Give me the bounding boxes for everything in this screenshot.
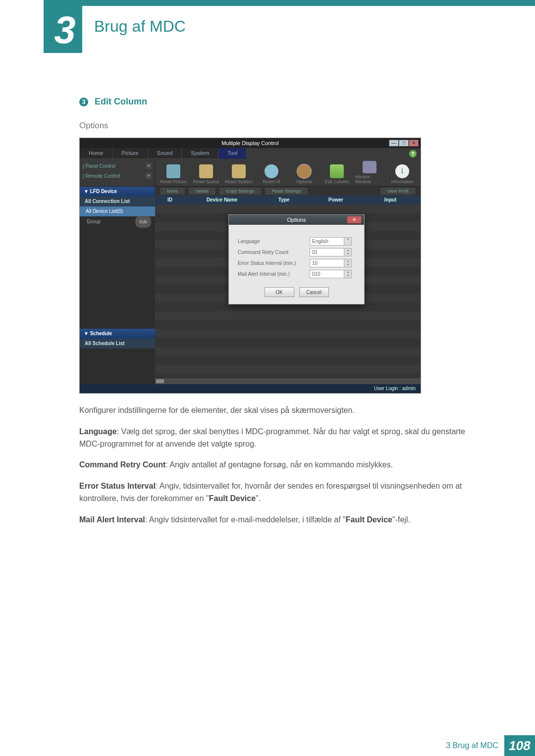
reset-picture-label: Reset Picture bbox=[160, 179, 187, 184]
edit-column-icon bbox=[330, 164, 344, 178]
page-footer: 3 Brug af MDC 108 bbox=[0, 735, 535, 756]
language-desc: : Vælg det sprog, der skal benyttes i MD… bbox=[79, 427, 465, 448]
col-power[interactable]: Power bbox=[309, 196, 363, 204]
help-icon[interactable]: ? bbox=[409, 150, 417, 157]
sidebar-group-label: Group bbox=[87, 216, 101, 227]
move-button[interactable]: Move bbox=[160, 188, 185, 195]
close-icon[interactable]: ✕ bbox=[409, 140, 419, 147]
reset-picture-button[interactable]: Reset Picture bbox=[159, 161, 188, 184]
chevron-down-icon[interactable]: ▾ bbox=[146, 173, 152, 179]
retry-desc: : Angiv antallet af gentagne forsøg, når… bbox=[165, 460, 393, 469]
paragraph-intro: Konfigurer indstillingerne for de elemen… bbox=[79, 404, 485, 417]
app-title: Multiple Display Control bbox=[221, 140, 279, 146]
information-label: Information bbox=[391, 179, 413, 184]
reset-sound-button[interactable]: Reset Sound bbox=[192, 161, 220, 184]
reset-picture-icon bbox=[166, 164, 180, 178]
edit-column-button[interactable]: Edit Column bbox=[322, 161, 351, 184]
mail-desc-c: "-fejl. bbox=[392, 515, 410, 524]
chevron-down-icon[interactable]: ▾ bbox=[146, 163, 152, 169]
paste-settings-button[interactable]: Paste Settings bbox=[265, 188, 308, 195]
app-window: Multiple Display Control — □ ✕ ? Home Pi… bbox=[79, 138, 421, 394]
mail-term: Mail Alert Interval bbox=[79, 515, 145, 524]
spinner-icon[interactable]: ▴▾ bbox=[344, 270, 352, 278]
maximize-icon[interactable]: □ bbox=[399, 140, 409, 147]
section-heading-text: Edit Column bbox=[95, 97, 147, 106]
information-button[interactable]: Information bbox=[388, 161, 417, 184]
language-term: Language bbox=[79, 427, 117, 436]
col-input[interactable]: Input bbox=[363, 196, 418, 204]
col-type[interactable]: Type bbox=[259, 196, 309, 204]
tab-system[interactable]: System bbox=[182, 148, 218, 159]
grid-toolbar: Move Delete Copy Settings Paste Settings… bbox=[155, 187, 421, 196]
sidebar-all-schedule[interactable]: All Schedule List bbox=[80, 339, 155, 349]
tab-home[interactable]: Home bbox=[80, 148, 112, 159]
paragraph-error-interval: Error Status Interval: Angiv, tidsinterv… bbox=[79, 480, 485, 505]
retry-input[interactable]: 01 bbox=[310, 248, 344, 256]
footer-text: 3 Brug af MDC bbox=[446, 741, 498, 750]
panel-control-label: | Panel Control bbox=[83, 163, 115, 169]
reset-all-icon bbox=[265, 164, 278, 178]
dialog-close-icon[interactable]: ✕ bbox=[347, 216, 361, 223]
monitor-window-label: Monitor Window bbox=[355, 174, 384, 184]
chapter-title: Brug af MDC bbox=[94, 17, 186, 36]
top-band bbox=[44, 0, 535, 6]
reset-system-label: Reset System bbox=[225, 179, 253, 184]
edit-column-label: Edit Column bbox=[324, 179, 349, 184]
app-titlebar: Multiple Display Control — □ ✕ bbox=[80, 138, 421, 148]
tab-picture[interactable]: Picture bbox=[112, 148, 148, 159]
sidebar-group-edit-button[interactable]: Edit bbox=[135, 216, 151, 228]
sidebar-all-connection[interactable]: All Connection List bbox=[80, 197, 155, 206]
dropdown-icon[interactable]: ▾ bbox=[344, 237, 352, 246]
reset-all-button[interactable]: Reset All bbox=[257, 161, 286, 184]
sidebar-lfd-header[interactable]: ▼ LFD Device bbox=[80, 187, 155, 197]
remote-control-label: | Remote Control bbox=[83, 173, 120, 179]
spinner-icon[interactable]: ▴▾ bbox=[344, 248, 352, 256]
monitor-window-icon bbox=[363, 161, 376, 173]
spinner-icon[interactable]: ▴▾ bbox=[344, 259, 352, 267]
reset-system-button[interactable]: Reset System bbox=[224, 161, 253, 184]
chapter-badge: 3 bbox=[44, 6, 82, 53]
delete-button[interactable]: Delete bbox=[189, 188, 215, 195]
tab-sound[interactable]: Sound bbox=[148, 148, 182, 159]
retry-label: Command Retry Count bbox=[238, 250, 310, 255]
paragraph-language: Language: Vælg det sprog, der skal benyt… bbox=[79, 426, 485, 451]
sidebar-group-row[interactable]: Group Edit bbox=[80, 216, 155, 227]
mail-interval-input[interactable]: 010 bbox=[310, 270, 344, 278]
dialog-row-error-interval: Error Status Interval (min.) 10 ▴▾ bbox=[238, 257, 355, 268]
minimize-icon[interactable]: — bbox=[389, 140, 399, 147]
scroll-thumb[interactable] bbox=[156, 379, 164, 383]
sidebar-schedule-header[interactable]: ▼ Schedule bbox=[80, 329, 155, 339]
fault-device-term: Fault Device bbox=[209, 494, 256, 503]
sidebar-all-device[interactable]: All Device List(0) bbox=[80, 206, 155, 216]
language-label: Language bbox=[238, 239, 310, 244]
reset-system-icon bbox=[232, 164, 246, 178]
ribbon-left-panel: | Panel Control▾ | Remote Control▾ bbox=[80, 159, 155, 186]
reset-sound-label: Reset Sound bbox=[193, 179, 219, 184]
ribbon-tabs: Home Picture Sound System Tool bbox=[80, 148, 421, 159]
status-bar: User Login : admin bbox=[80, 384, 421, 393]
view-button[interactable]: View Profit bbox=[380, 188, 416, 195]
copy-settings-button[interactable]: Copy Settings bbox=[219, 188, 261, 195]
ok-button[interactable]: OK bbox=[265, 287, 294, 297]
reset-all-label: Reset All bbox=[263, 179, 280, 184]
body-text: Konfigurer indstillingerne for de elemen… bbox=[79, 404, 485, 526]
page-number: 108 bbox=[504, 735, 535, 756]
dialog-row-retry: Command Retry Count 01 ▴▾ bbox=[238, 247, 355, 257]
fault-device-term-2: Fault Device bbox=[346, 515, 392, 524]
col-device-name[interactable]: Device Name bbox=[185, 196, 259, 204]
info-icon bbox=[395, 164, 409, 178]
error-interval-input[interactable]: 10 bbox=[310, 259, 344, 267]
horizontal-scrollbar[interactable] bbox=[155, 378, 421, 384]
remote-control-row: | Remote Control▾ bbox=[83, 171, 152, 181]
error-term: Error Status Interval bbox=[79, 482, 156, 490]
gear-icon bbox=[297, 164, 311, 178]
monitor-window-button[interactable]: Monitor Window bbox=[355, 161, 384, 184]
dialog-title: Options ✕ bbox=[229, 215, 364, 225]
tab-tool[interactable]: Tool bbox=[218, 148, 247, 159]
options-button[interactable]: Options bbox=[290, 161, 319, 184]
section-subheading: Options bbox=[79, 121, 485, 131]
cancel-button[interactable]: Cancel bbox=[299, 287, 329, 297]
grid-column-header: ID Device Name Type Power Input bbox=[155, 196, 421, 204]
col-id[interactable]: ID bbox=[155, 196, 185, 204]
language-select[interactable]: English bbox=[310, 237, 344, 246]
